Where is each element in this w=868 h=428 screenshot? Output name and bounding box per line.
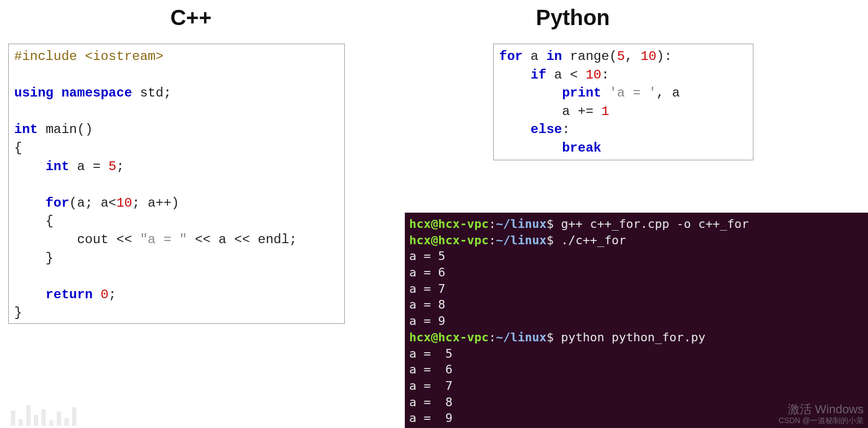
watermark-text: 激活 Windows CSDN @一道秘制的小菜: [779, 403, 864, 425]
cpp-line: #include: [14, 49, 77, 64]
python-code-block: for a in range(5, 10): if a < 10: print …: [493, 44, 753, 160]
terminal-output: hcx@hcx-vpc:~/linux$ g++ c++_for.cpp -o …: [405, 213, 868, 428]
cpp-heading: C++: [0, 5, 382, 30]
cpp-code-block: #include <iostream> using namespace std;…: [8, 44, 345, 324]
decorative-bars: [11, 404, 76, 426]
python-heading: Python: [491, 5, 655, 30]
